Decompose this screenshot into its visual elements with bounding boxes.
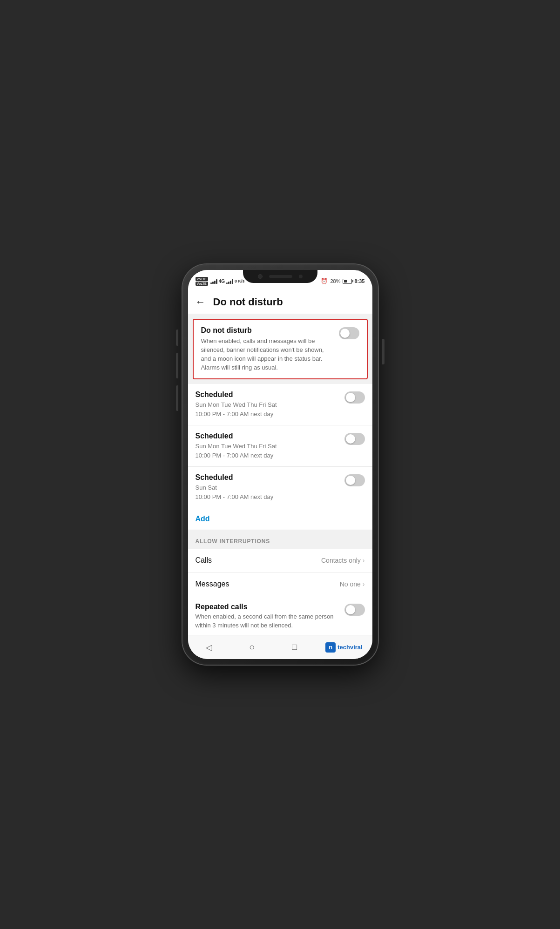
calls-item[interactable]: Calls Contacts only ›: [188, 549, 372, 572]
battery-fill: [344, 280, 347, 283]
section-title: ALLOW INTERRUPTIONS: [196, 538, 270, 545]
add-button[interactable]: Add: [188, 508, 372, 530]
calls-setting: Contacts only: [321, 557, 361, 564]
volte2-badge: VoLTE: [196, 282, 208, 286]
calls-label: Calls: [196, 556, 212, 565]
front-camera: [258, 274, 263, 279]
scheduled-time-2: 10:00 PM - 7:00 AM next day: [196, 451, 277, 460]
app-header: ← Do not disturb: [188, 290, 372, 314]
notch: [243, 270, 317, 283]
back-nav-icon: ◁: [206, 642, 212, 653]
repeated-calls-toggle[interactable]: [344, 604, 365, 616]
scheduled-toggle-3[interactable]: [344, 474, 365, 486]
techviral-letter: n: [329, 644, 332, 651]
data-speed: 0 K/s: [235, 279, 245, 283]
dnd-title: Do not disturb: [201, 326, 333, 335]
scheduled-time-3: 10:00 PM - 7:00 AM next day: [196, 492, 274, 502]
power-button[interactable]: [382, 339, 385, 364]
scheduled-item-3: Scheduled Sun Sat 10:00 PM - 7:00 AM nex…: [188, 467, 372, 508]
status-bar: VoLTE VoLTE 4G 0 K/s: [188, 270, 372, 290]
scheduled-toggle-2[interactable]: [344, 433, 365, 445]
scheduled-title-2: Scheduled: [196, 432, 277, 440]
scheduled-item-2-text: Scheduled Sun Mon Tue Wed Thu Fri Sat 10…: [196, 432, 277, 460]
scheduled-item-1-text: Scheduled Sun Mon Tue Wed Thu Fri Sat 10…: [196, 390, 277, 418]
repeated-calls-title: Repeated calls: [196, 603, 339, 611]
network-type: 4G: [219, 279, 225, 284]
scheduled-section: Scheduled Sun Mon Tue Wed Thu Fri Sat 10…: [188, 384, 372, 530]
volume-down-button[interactable]: [176, 353, 178, 378]
scheduled-time-1: 10:00 PM - 7:00 AM next day: [196, 410, 277, 419]
page-title: Do not disturb: [213, 296, 283, 308]
interruptions-section: Calls Contacts only › Messages No one ›: [188, 549, 372, 635]
add-label: Add: [196, 515, 210, 523]
dnd-toggle-item: Do not disturb When enabled, calls and m…: [193, 319, 368, 379]
phone-device: VoLTE VoLTE 4G 0 K/s: [182, 264, 378, 665]
volume-up-button[interactable]: [176, 330, 178, 346]
back-button[interactable]: ←: [196, 296, 206, 308]
bar6: [228, 282, 229, 284]
bar4: [216, 279, 217, 284]
scheduled-title-1: Scheduled: [196, 390, 277, 399]
content-area: Do not disturb When enabled, calls and m…: [188, 314, 372, 635]
signal-bars: [210, 278, 217, 284]
battery-icon: [343, 279, 352, 284]
bar2: [212, 282, 214, 284]
messages-label: Messages: [196, 580, 229, 588]
home-nav-button[interactable]: ○: [240, 636, 263, 659]
calls-chevron: ›: [363, 557, 365, 564]
sensor: [299, 275, 303, 278]
recents-nav-button[interactable]: □: [283, 636, 306, 659]
speaker: [269, 275, 292, 278]
allow-interruptions-header: ALLOW INTERRUPTIONS: [188, 530, 372, 549]
bar8: [232, 279, 233, 284]
status-right: ⏰ 28% 8:35: [321, 276, 364, 284]
status-left: VoLTE VoLTE 4G 0 K/s: [196, 275, 245, 286]
messages-item[interactable]: Messages No one ›: [188, 572, 372, 596]
dnd-description: When enabled, calls and messages will be…: [201, 337, 333, 372]
recents-nav-icon: □: [292, 642, 297, 652]
scheduled-days-3: Sun Sat: [196, 483, 274, 492]
scheduled-toggle-1[interactable]: [344, 391, 365, 404]
bar3: [214, 281, 216, 284]
battery-percent: 28%: [330, 278, 340, 284]
messages-setting: No one: [340, 580, 361, 588]
dnd-item-text: Do not disturb When enabled, calls and m…: [201, 326, 333, 372]
scheduled-item-1: Scheduled Sun Mon Tue Wed Thu Fri Sat 10…: [188, 384, 372, 425]
scheduled-days-1: Sun Mon Tue Wed Thu Fri Sat: [196, 400, 277, 410]
time-display: 8:35: [354, 278, 364, 284]
repeated-calls-desc: When enabled, a second call from the sam…: [196, 613, 339, 630]
dnd-toggle[interactable]: [339, 327, 359, 339]
signal-bars-2: [226, 278, 233, 284]
back-nav-button[interactable]: ◁: [197, 636, 221, 659]
phone-screen: VoLTE VoLTE 4G 0 K/s: [188, 270, 372, 659]
scheduled-item-3-text: Scheduled Sun Sat 10:00 PM - 7:00 AM nex…: [196, 473, 274, 501]
alarm-icon: ⏰: [321, 278, 328, 284]
volte1-badge: VoLTE: [196, 277, 208, 281]
bar1: [210, 283, 212, 284]
messages-value: No one ›: [340, 580, 365, 588]
extra-button[interactable]: [176, 385, 178, 411]
bottom-nav: ◁ ○ □ n techviral: [188, 635, 372, 659]
scheduled-days-2: Sun Mon Tue Wed Thu Fri Sat: [196, 442, 277, 451]
scheduled-title-3: Scheduled: [196, 473, 274, 482]
bar7: [230, 281, 231, 284]
techviral-text: techviral: [337, 644, 362, 651]
home-nav-icon: ○: [249, 642, 255, 653]
calls-value: Contacts only ›: [321, 557, 365, 564]
techviral-icon: n: [325, 642, 336, 653]
scheduled-item-2: Scheduled Sun Mon Tue Wed Thu Fri Sat 10…: [188, 425, 372, 467]
watermark-area: n techviral: [325, 642, 362, 653]
bar5: [226, 283, 228, 284]
messages-chevron: ›: [363, 580, 365, 588]
repeated-calls-item: Repeated calls When enabled, a second ca…: [188, 596, 372, 635]
battery-body: [343, 279, 352, 284]
repeated-calls-text: Repeated calls When enabled, a second ca…: [196, 603, 339, 630]
